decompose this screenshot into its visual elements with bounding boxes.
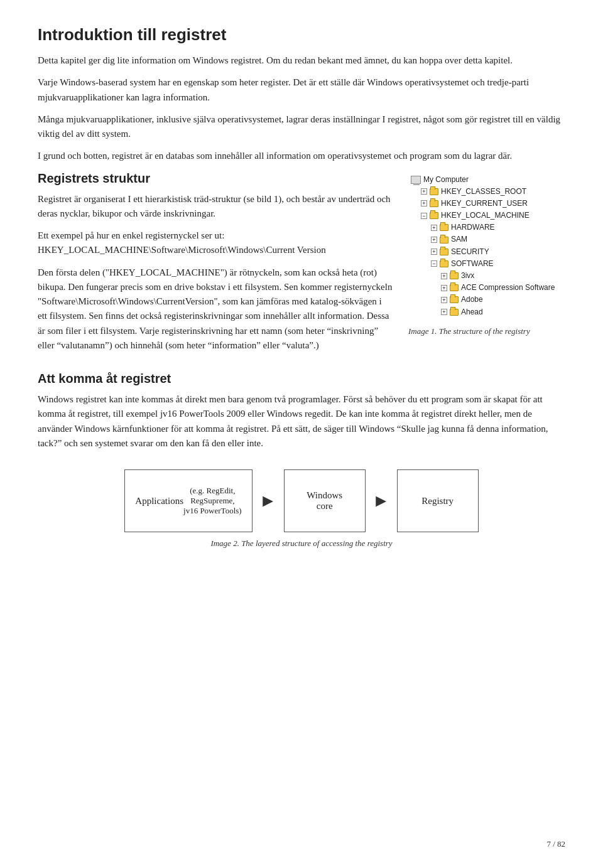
registry-tree-section: My Computer + HKEY_CLASSES_ROOT + HKEY_C… <box>408 171 565 361</box>
folder-icon <box>450 272 459 279</box>
tree-caption: Image 1. The structure of the registry <box>408 326 565 337</box>
tree-label: 3ivx <box>461 270 474 282</box>
flow-caption: Image 2. The layered structure of access… <box>38 538 565 549</box>
tree-label: Ahead <box>461 306 483 318</box>
tree-label: HKEY_CURRENT_USER <box>441 198 528 210</box>
tree-item-security: + SECURITY <box>411 246 563 258</box>
flow-arrow-2: ► <box>366 491 397 511</box>
folder-icon <box>450 296 459 303</box>
folder-icon <box>440 237 448 244</box>
flow-box-registry: Registry <box>397 469 479 532</box>
folder-icon <box>430 188 438 195</box>
registrets-p1: Registret är organiserat I ett hierarkis… <box>38 192 393 222</box>
intro-p1: Detta kapitel ger dig lite information o… <box>38 53 565 68</box>
tree-item-current-user: + HKEY_CURRENT_USER <box>411 198 563 210</box>
registrets-p2: Ett exempel på hur en enkel registernyck… <box>38 228 393 258</box>
tree-label: HKEY_LOCAL_MACHINE <box>441 210 530 222</box>
expand-icon[interactable]: + <box>431 225 437 231</box>
tree-item-sam: + SAM <box>411 233 563 245</box>
tree-label: HKEY_CLASSES_ROOT <box>441 186 526 198</box>
expand-icon[interactable]: + <box>441 273 447 279</box>
registry-tree: My Computer + HKEY_CLASSES_ROOT + HKEY_C… <box>408 171 565 321</box>
page-title: Introduktion till registret <box>38 25 565 45</box>
flow-box-applications: Applications(e.g. RegEdit,RegSupreme,jv1… <box>124 469 252 532</box>
intro-p3: Många mjukvaruapplikationer, inklusive s… <box>38 112 565 142</box>
tree-label: Adobe <box>461 294 483 306</box>
intro-p2: Varje Windows-baserad system har en egen… <box>38 75 565 105</box>
folder-icon <box>440 224 448 231</box>
att-komma-heading: Att komma åt registret <box>38 372 565 386</box>
expand-icon[interactable]: + <box>441 285 447 291</box>
folder-icon <box>440 260 448 267</box>
intro-p4: I grund och botten, registret är en data… <box>38 149 565 163</box>
registrets-heading: Registrets struktur <box>38 171 393 186</box>
flow-arrow-1: ► <box>253 491 284 511</box>
folder-icon <box>440 249 448 255</box>
computer-icon <box>411 176 421 184</box>
tree-item-hardware: + HARDWARE <box>411 222 563 233</box>
tree-item-local-machine: − HKEY_LOCAL_MACHINE <box>411 210 563 222</box>
flow-box-windows-core: Windowscore <box>284 469 366 532</box>
registrets-struktur-text: Registrets struktur Registret är organis… <box>38 171 393 361</box>
tree-item-3ivx: + 3ivx <box>411 270 563 282</box>
flow-diagram: Applications(e.g. RegEdit,RegSupreme,jv1… <box>38 469 565 532</box>
expand-icon[interactable]: + <box>441 297 447 303</box>
page-number: 7 / 82 <box>546 839 565 849</box>
expand-icon[interactable]: − <box>421 213 427 219</box>
tree-label: SOFTWARE <box>451 258 494 270</box>
att-komma-p1: Windows registret kan inte kommas åt dir… <box>38 392 565 451</box>
expand-icon[interactable]: + <box>441 309 447 315</box>
expand-icon[interactable]: + <box>431 237 437 243</box>
expand-icon[interactable]: − <box>431 260 437 267</box>
tree-item-mycomputer: My Computer <box>411 174 563 186</box>
registrets-p3: Den första delen ("HKEY_LOCAL_MACHINE") … <box>38 265 393 353</box>
tree-item-adobe: + Adobe <box>411 294 563 306</box>
expand-icon[interactable]: + <box>421 188 427 195</box>
tree-label: My Computer <box>423 174 469 186</box>
folder-icon <box>450 309 459 316</box>
tree-label: HARDWARE <box>451 222 495 233</box>
tree-item-ahead: + Ahead <box>411 306 563 318</box>
folder-icon <box>430 212 438 219</box>
expand-icon[interactable]: + <box>431 249 437 255</box>
tree-item-classes-root: + HKEY_CLASSES_ROOT <box>411 186 563 198</box>
tree-label: SAM <box>451 233 467 245</box>
tree-item-software: − SOFTWARE <box>411 258 563 270</box>
folder-icon <box>450 284 459 291</box>
folder-icon <box>430 200 438 207</box>
tree-item-ace: + ACE Compression Software <box>411 282 563 294</box>
expand-icon[interactable]: + <box>421 200 427 206</box>
tree-label: ACE Compression Software <box>461 282 555 294</box>
tree-label: SECURITY <box>451 246 489 258</box>
